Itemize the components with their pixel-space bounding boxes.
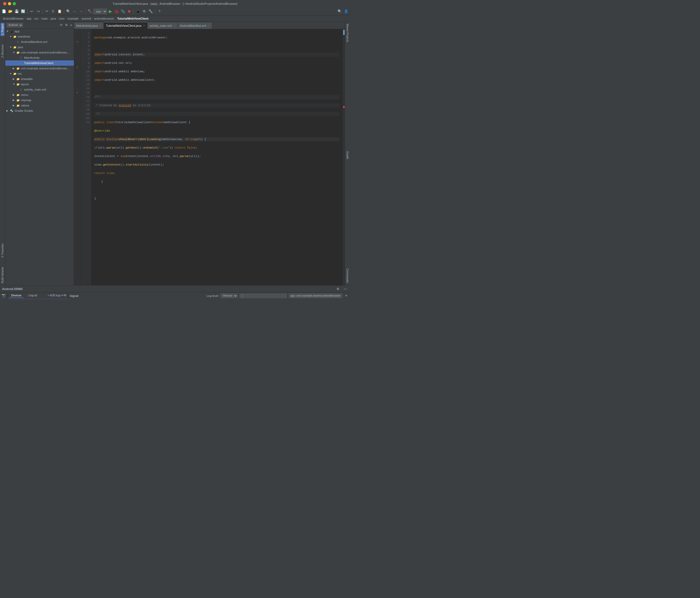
avd-manager-btn[interactable]: 📱 — [135, 8, 141, 14]
redo-btn[interactable]: ↪ — [35, 8, 41, 14]
build-btn[interactable]: 🔨 — [87, 8, 93, 14]
undo-btn[interactable]: ↩ — [29, 8, 35, 14]
emulator-device-item[interactable]: 📱 Emulator Nexus_5 Android 5.0 — [7, 299, 68, 299]
tree-app[interactable]: ▼ 📱 app — [5, 29, 74, 34]
close-tab-mainactivity[interactable]: ✕ — [99, 24, 101, 27]
tree-activity-main-xml[interactable]: 🗋 activity_main.xml — [5, 87, 74, 92]
screenshot-btn[interactable]: 📷 — [2, 294, 5, 297]
loglevel-select[interactable]: Verbose Debug Info Warn Error — [221, 294, 238, 298]
devices-add-btn[interactable]: + — [48, 294, 49, 297]
maximize-button[interactable] — [13, 2, 16, 5]
editor-tabs: MainActivity.java ✕ TutorialWebViewClien… — [74, 22, 345, 29]
debug-button[interactable]: 🐞 — [114, 8, 119, 14]
tree-values[interactable]: ▶ 📁 values — [5, 103, 74, 108]
gradle-tab[interactable]: Gradle — [346, 150, 349, 160]
bc-androidbrowser2[interactable]: androidbrowser — [94, 17, 115, 20]
tree-tutorialwebviewclient[interactable]: C TutorialWebViewClient — [5, 60, 74, 66]
code-content[interactable]: package com.example.aravind.androidbrows… — [91, 29, 343, 285]
run-config-selector[interactable]: app — [93, 8, 107, 14]
ln-21: 21 — [80, 116, 91, 120]
logcat-side-tab[interactable]: | logcat — [26, 293, 39, 298]
search-everywhere-btn[interactable]: 🔍 — [337, 8, 343, 14]
dump-threads-btn[interactable]: 🔍 — [2, 299, 5, 299]
tree-mipmap[interactable]: ▶ 📁 mipmap — [5, 97, 74, 103]
devices-adb-btn[interactable]: ADB logs ▾ — [50, 294, 63, 297]
bc-com[interactable]: com — [58, 17, 66, 20]
sidebar-item-favorites[interactable]: 2: Favorites — [1, 243, 4, 258]
bc-example[interactable]: example — [67, 17, 79, 20]
forward-btn[interactable]: → — [78, 8, 84, 14]
ddms-title: Android DDMS — [2, 288, 23, 291]
gutter-3[interactable]: ▼ — [74, 40, 80, 44]
ddms-close-btn[interactable]: — — [343, 286, 348, 291]
attach-debugger-btn[interactable]: 📎 — [120, 8, 126, 14]
settings-gear-btn[interactable]: ⚙ — [64, 23, 69, 27]
tree-layout[interactable]: ▼ 📁 layout — [5, 81, 74, 87]
ln-17: 17 — [80, 99, 91, 103]
gutter-area: ▼ ▼ ▼ — [74, 29, 80, 285]
tree-pkg1[interactable]: ▼ 📁 com.example.aravind.androidbrows... — [5, 50, 74, 55]
tree-gradle-scripts[interactable]: ▶ 🔩 Gradle Scripts — [5, 108, 74, 114]
sidebar-item-project[interactable]: 1: Project — [1, 23, 4, 36]
bc-aravind[interactable]: aravind — [81, 17, 92, 20]
cut-btn[interactable]: ✂ — [44, 8, 50, 14]
tab-mainactivity[interactable]: MainActivity.java ✕ — [74, 22, 104, 29]
paste-btn[interactable]: 📋 — [57, 8, 62, 14]
devices-tab[interactable]: Devices — [9, 293, 24, 298]
tree-java[interactable]: ▼ 📁 java — [5, 45, 74, 50]
bc-androidbrowser[interactable]: AndroidBrowser — [2, 17, 24, 20]
tree-menu[interactable]: ▶ 📁 menu — [5, 92, 74, 97]
gutter-9[interactable]: ▼ — [74, 65, 80, 69]
tree-layout-label: layout — [21, 83, 29, 86]
close-tab-androidmanifest[interactable]: ✕ — [208, 24, 210, 27]
sidebar-item-buildvariants[interactable]: Build Variants — [1, 266, 4, 284]
stop-btn[interactable]: ⏹ — [126, 8, 132, 14]
close-button[interactable] — [3, 2, 6, 5]
settings-btn[interactable]: 🔧 — [148, 8, 154, 14]
tree-manifests[interactable]: ▼ 📁 manifests — [5, 34, 74, 39]
vertical-scrollbar[interactable] — [343, 29, 345, 285]
sidebar-item-structure[interactable]: Z-Structure — [1, 44, 4, 59]
tab-activity-main-xml[interactable]: activity_main.xml ✕ — [147, 22, 178, 29]
ddms-settings-btn[interactable]: ⚙ — [335, 286, 341, 291]
bc-tutorialwebviewclient[interactable]: TutorialWebViewClient — [117, 17, 149, 20]
devices-cam-btn[interactable]: 📷 — [63, 294, 67, 297]
sync-project-btn[interactable]: ⟳ — [59, 23, 63, 27]
tree-pkg2[interactable]: ▶ 📁 com.example.aravind.androidbrows... — [5, 66, 74, 71]
tab-androidmanifest[interactable]: AndroidManifest.xml ✕ — [178, 22, 212, 29]
minimize-button[interactable] — [8, 2, 11, 5]
sync-btn[interactable]: 🔄 — [20, 8, 26, 14]
code-line-16: view.getContext().startActivity(intent); — [94, 163, 340, 167]
bc-java[interactable]: java — [50, 17, 57, 20]
close-tab-activity-main[interactable]: ✕ — [173, 24, 176, 27]
tree-res[interactable]: ▼ 📁 res — [5, 71, 74, 76]
collapse-all-btn[interactable]: ≡ — [70, 23, 73, 27]
bc-app[interactable]: app — [26, 17, 32, 20]
window-controls[interactable] — [3, 2, 16, 5]
view-selector[interactable]: Android — [6, 23, 23, 28]
mipmap-icon: 📁 — [16, 98, 20, 102]
sdk-manager-btn[interactable]: ⚙ — [141, 8, 147, 14]
bc-main[interactable]: main — [41, 17, 48, 20]
tree-androidmanifest[interactable]: 🗋 AndroidManifest.xml — [5, 39, 74, 45]
tree-drawable[interactable]: ▶ 📁 drawable — [5, 76, 74, 81]
help-btn[interactable]: ? — [156, 8, 162, 14]
open-btn[interactable]: 📂 — [7, 8, 13, 14]
find-btn[interactable]: 🔍 — [66, 8, 71, 14]
code-editor[interactable]: ▼ ▼ ▼ — [74, 29, 345, 285]
close-tab-tutorialwebviewclient[interactable]: ✕ — [143, 24, 145, 27]
new-project-btn[interactable]: 📄 — [1, 8, 7, 14]
tree-mainactivity[interactable]: C MainActivity — [5, 55, 74, 60]
tab-tutorialwebviewclient[interactable]: TutorialWebViewClient.java ✕ — [104, 22, 147, 29]
save-btn[interactable]: 💾 — [14, 8, 20, 14]
commander-tab[interactable]: Commander — [346, 268, 349, 284]
profile-btn[interactable]: 👤 — [343, 8, 349, 14]
bc-src[interactable]: src — [34, 17, 39, 20]
maven-projects-tab[interactable]: Maven Projects — [346, 23, 349, 43]
logcat-search-input[interactable] — [239, 294, 287, 298]
back-btn[interactable]: ← — [72, 8, 78, 14]
copy-btn[interactable]: ⎘ — [50, 8, 56, 14]
gutter-15[interactable]: ▼ — [74, 91, 80, 95]
logcat-close-btn[interactable]: ✕ — [344, 294, 348, 298]
run-button[interactable]: ▶ — [108, 9, 113, 14]
